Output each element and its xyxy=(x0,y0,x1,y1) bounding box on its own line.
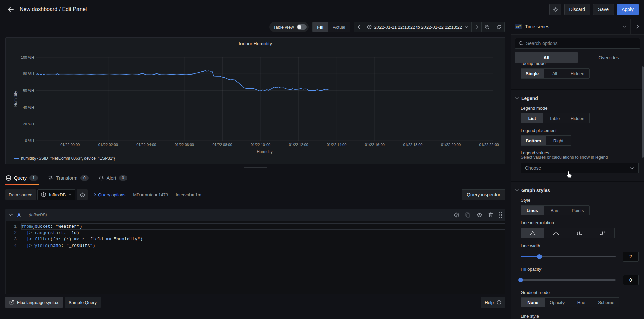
graph-style-bars[interactable]: Bars xyxy=(544,206,566,215)
section-chevron-icon xyxy=(515,189,519,191)
flux-syntax-button[interactable]: Flux language syntax xyxy=(5,297,63,308)
slider-thumb[interactable] xyxy=(518,278,523,282)
interpolation-step-after-button[interactable] xyxy=(591,228,614,238)
search-options-input[interactable] xyxy=(526,41,637,46)
chart-plot-area[interactable] xyxy=(36,57,493,141)
chevron-right-icon xyxy=(94,193,96,197)
options-tab-overrides[interactable]: Overrides xyxy=(578,52,640,63)
help-button[interactable]: Help xyxy=(481,297,505,308)
delete-query-button[interactable] xyxy=(488,212,493,218)
view-mode-fill[interactable]: Fill xyxy=(313,22,328,32)
code-line: 2 |> range(start: -1d) xyxy=(6,230,505,236)
interpolation-step-before-button[interactable] xyxy=(568,228,591,238)
graph-style-segment: LinesBarsPoints xyxy=(521,205,590,215)
line-width-slider[interactable] xyxy=(521,254,616,259)
x-tick-label: 01/22 04:00 xyxy=(131,143,161,147)
tooltip-mode-hidden[interactable]: Hidden xyxy=(566,69,589,78)
duplicate-query-button[interactable] xyxy=(465,212,470,218)
fill-actual-segment: FillActual xyxy=(312,22,350,32)
fill-opacity-value[interactable]: 0 xyxy=(623,275,639,285)
table-view-label: Table view xyxy=(273,25,294,30)
line-width-value[interactable]: 2 xyxy=(623,252,639,262)
graph-style-lines[interactable]: Lines xyxy=(521,206,544,215)
apply-button[interactable]: Apply xyxy=(617,4,639,15)
line-style-label: Line style xyxy=(521,314,639,319)
legend-values-select[interactable]: Choose xyxy=(521,163,639,173)
query-row-header[interactable]: A (InfluxDB) xyxy=(5,209,505,221)
flux-code-editor[interactable]: 1from(bucket: "Weather")2 |> range(start… xyxy=(5,221,505,294)
query-inspector-button[interactable]: Query inspector xyxy=(462,189,505,200)
gradient-mode-none[interactable]: None xyxy=(521,298,545,307)
tab-transform[interactable]: Transform 0 xyxy=(47,171,89,185)
tooltip-section: Tooltip mode SingleAllHidden xyxy=(511,63,644,90)
x-tick-label: 01/22 08:00 xyxy=(207,143,238,147)
y-tick-label: 60 %H xyxy=(6,88,34,92)
zoom-out-button[interactable] xyxy=(481,22,493,32)
legend-placement-bottom[interactable]: Bottom xyxy=(521,136,546,145)
code-line: 4 |> yield(name: "_results") xyxy=(6,242,505,249)
hide-query-button[interactable] xyxy=(477,213,482,217)
panel-toolbar: Table view FillActual 2022-01-21 22:13:2… xyxy=(0,19,511,35)
visualization-picker[interactable]: Time series xyxy=(511,19,630,34)
time-range-picker[interactable]: 2022-01-21 22:13:22 to 2022-01-22 22:13:… xyxy=(364,22,472,32)
time-back-button[interactable] xyxy=(354,22,364,32)
table-view-switch[interactable] xyxy=(297,24,307,30)
zoom-out-icon xyxy=(485,25,490,30)
slider-thumb[interactable] xyxy=(537,254,542,259)
discard-button[interactable]: Discard xyxy=(564,4,590,15)
tab-transform-label: Transform xyxy=(56,175,77,181)
interpolation-linear-button[interactable] xyxy=(521,228,544,238)
panel-settings-button[interactable] xyxy=(549,4,561,15)
tab-query[interactable]: Query 1 xyxy=(5,171,39,185)
legend-mode-list[interactable]: List xyxy=(521,113,543,123)
options-search-box[interactable] xyxy=(515,38,640,49)
tab-query-label: Query xyxy=(14,175,27,181)
options-scroll-area[interactable]: Tooltip mode SingleAllHidden Legend Lege… xyxy=(511,63,644,319)
datasource-picker[interactable]: InfluxDB xyxy=(37,189,75,200)
table-view-toggle[interactable]: Table view xyxy=(269,22,309,32)
legend-mode-table[interactable]: Table xyxy=(543,113,566,123)
editor-tabs: Query 1 Transform 0 Alert 0 xyxy=(0,171,511,185)
legend-section-header[interactable]: Legend xyxy=(515,95,639,101)
panel-options-sidebar: Time series AllOverrides Tooltip mode Si… xyxy=(511,19,644,319)
refresh-button[interactable] xyxy=(493,22,505,32)
options-scrollbar[interactable] xyxy=(642,66,644,158)
gradient-mode-hue[interactable]: Hue xyxy=(569,298,593,307)
time-forward-button[interactable] xyxy=(472,22,482,32)
fill-opacity-slider[interactable] xyxy=(521,278,616,282)
x-tick-label: 01/22 10:00 xyxy=(245,143,276,147)
x-tick-label: 01/22 12:00 xyxy=(283,143,314,147)
tooltip-mode-all[interactable]: All xyxy=(544,69,566,78)
options-search-area: AllOverrides xyxy=(511,35,644,63)
back-button[interactable] xyxy=(5,4,16,15)
timeseries-panel[interactable]: Indoor Humidity Humidity 0 %H20 %H40 %H6… xyxy=(5,37,505,164)
save-button[interactable]: Save xyxy=(593,4,614,15)
view-mode-actual[interactable]: Actual xyxy=(328,22,350,32)
y-tick-label: 100 %H xyxy=(6,55,34,59)
tab-alert[interactable]: Alert 0 xyxy=(98,171,128,185)
drag-handle-icon[interactable] xyxy=(499,212,502,218)
graph-style-points[interactable]: Points xyxy=(567,206,589,215)
query-options-toggle[interactable]: Query options xyxy=(94,192,125,197)
section-chevron-icon xyxy=(515,97,519,99)
back-arrow-icon xyxy=(7,6,15,13)
clock-icon xyxy=(367,25,372,29)
time-controls: 2022-01-21 22:13:22 to 2022-01-22 22:13:… xyxy=(354,22,505,32)
tooltip-mode-single[interactable]: Single xyxy=(521,69,544,78)
legend-mode-hidden[interactable]: Hidden xyxy=(566,113,589,123)
y-tick-label: 80 %H xyxy=(6,72,34,76)
collapse-options-button[interactable] xyxy=(630,19,644,34)
panel-resize-handle[interactable] xyxy=(244,167,267,168)
query-help-button[interactable] xyxy=(454,212,459,218)
legend-placement-right[interactable]: Right xyxy=(546,136,571,145)
panel-resize-zone xyxy=(0,164,511,171)
graph-styles-section-header[interactable]: Graph styles xyxy=(515,188,639,193)
gradient-mode-opacity[interactable]: Opacity xyxy=(545,298,569,307)
datasource-help-button[interactable] xyxy=(77,189,88,200)
options-tab-all[interactable]: All xyxy=(515,52,578,63)
line-interpolation-segment xyxy=(521,228,615,238)
legend-item[interactable]: humidity {SSID="NetComm 0063", device="E… xyxy=(14,156,115,161)
interpolation-smooth-button[interactable] xyxy=(544,228,568,238)
sample-query-button[interactable]: Sample Query xyxy=(65,297,101,308)
gradient-mode-scheme[interactable]: Scheme xyxy=(593,298,619,307)
